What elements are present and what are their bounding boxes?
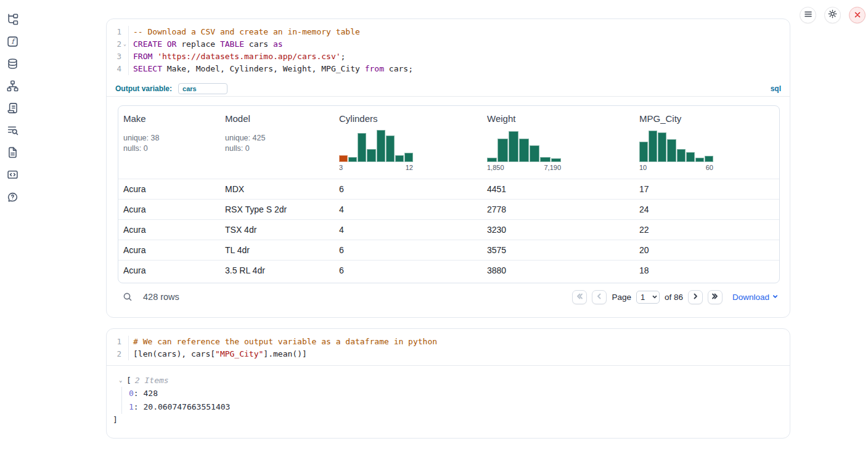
page-select[interactable]: 1 xyxy=(636,291,660,304)
row-count: 428 rows xyxy=(143,292,179,302)
page-total-label: of 86 xyxy=(665,293,683,302)
tree-collapse-chevron-icon[interactable]: ⌄ xyxy=(119,377,126,383)
help-icon[interactable] xyxy=(7,191,18,203)
table-row[interactable]: AcuraRSX Type S 2dr4277824 xyxy=(118,199,779,219)
histogram-bar xyxy=(695,158,704,162)
last-page-button[interactable] xyxy=(708,290,723,304)
column-stats: unique: 425nulls: 0 xyxy=(225,133,329,154)
column-title[interactable]: Cylinders xyxy=(339,113,477,124)
menu-button[interactable] xyxy=(800,7,816,23)
download-button[interactable]: Download xyxy=(732,293,779,302)
table-cell: 3230 xyxy=(482,225,634,235)
code-token: OR xyxy=(167,39,177,49)
function-square-icon[interactable]: f xyxy=(7,36,18,47)
line-number: 1 xyxy=(107,336,121,348)
gutter: 3 xyxy=(107,51,129,63)
code-token xyxy=(162,39,167,49)
table-cell: 17 xyxy=(634,184,779,194)
python-code-editor[interactable]: 1# We can reference the output variable … xyxy=(107,329,790,360)
logs-search-icon[interactable] xyxy=(7,124,18,136)
sql-code-editor[interactable]: 1-- Download a CSV and create an in-memo… xyxy=(107,19,790,75)
settings-button[interactable] xyxy=(824,7,841,23)
histogram-bar xyxy=(540,157,550,162)
table-cell: Acura xyxy=(118,245,220,255)
gutter: 4 xyxy=(107,63,129,75)
code-token: CREATE xyxy=(133,39,162,49)
code-token: TABLE xyxy=(220,39,244,49)
histogram-bar xyxy=(677,149,686,162)
table-cell: 3.5 RL 4dr xyxy=(220,265,334,275)
code-token: 'https://datasets.marimo.app/cars.csv' xyxy=(157,52,340,61)
histogram-max-label: 7,190 xyxy=(544,164,561,171)
table-cell: 22 xyxy=(634,225,779,235)
histogram-bar xyxy=(551,158,561,162)
search-icon[interactable] xyxy=(123,292,133,302)
column-stat: nulls: 0 xyxy=(225,144,329,154)
next-page-button[interactable] xyxy=(688,290,703,304)
code-line: 1# We can reference the output variable … xyxy=(107,336,790,348)
code-token xyxy=(152,52,157,61)
chevron-down-icon xyxy=(772,293,779,302)
column-title[interactable]: Make xyxy=(123,113,215,124)
code-token: # We can reference the output variable a… xyxy=(133,337,437,346)
line-number: 2 xyxy=(107,348,121,360)
table-row[interactable]: Acura3.5 RL 4dr6388018 xyxy=(118,260,779,280)
histogram-min-label: 3 xyxy=(339,164,343,171)
table-row[interactable]: AcuraTSX 4dr4323022 xyxy=(118,219,779,240)
file-tree-icon[interactable] xyxy=(7,14,18,25)
table-cell: 6 xyxy=(334,245,482,255)
table-cell: Acura xyxy=(118,265,220,275)
column-title[interactable]: Weight xyxy=(487,113,629,124)
column-header: Cylinders312 xyxy=(334,106,482,179)
code-token: -- Download a CSV and create an in-memor… xyxy=(133,27,360,36)
table-cell: 6 xyxy=(334,184,482,194)
fold-chevron-icon[interactable]: ⌄ xyxy=(121,38,128,51)
shutdown-button[interactable] xyxy=(849,7,866,23)
histogram-bar xyxy=(519,139,529,162)
output-variable-input[interactable] xyxy=(178,83,227,94)
tree-entry: 0: 428 xyxy=(129,387,230,400)
table-cell: Acura xyxy=(118,184,220,194)
database-icon[interactable] xyxy=(7,58,18,70)
code-token: [len(cars), cars[ xyxy=(133,349,215,358)
gear-icon xyxy=(828,9,837,21)
line-number: 4 xyxy=(107,63,121,75)
tree-entry-value: 20.060747663551403 xyxy=(143,402,230,411)
code-token: cars; xyxy=(384,64,413,73)
chevrons-left-icon xyxy=(576,291,583,302)
column-title[interactable]: Model xyxy=(225,113,329,124)
table-cell: 20 xyxy=(634,245,779,255)
tree-entry: 1: 20.060747663551403 xyxy=(129,400,230,414)
fold-spacer xyxy=(121,51,128,63)
table-cell: RSX Type S 2dr xyxy=(220,204,334,214)
output-tree: ⌄ [ 2 Items 0: 4281: 20.060747663551403 … xyxy=(107,373,230,426)
histogram-bar xyxy=(367,149,375,162)
code-content: SELECT Make, Model, Cylinders, Weight, M… xyxy=(129,63,413,75)
table-cell: Acura xyxy=(118,204,220,214)
tree-entries: 0: 4281: 20.060747663551403 xyxy=(121,387,230,414)
tree-entry-separator: : xyxy=(134,402,144,411)
documentation-icon[interactable] xyxy=(7,147,18,158)
prev-page-button[interactable] xyxy=(592,290,607,304)
column-title[interactable]: MPG_City xyxy=(639,113,774,124)
scratchpad-icon[interactable] xyxy=(7,102,18,114)
table-row[interactable]: AcuraMDX6445117 xyxy=(118,179,779,199)
first-page-button[interactable] xyxy=(572,290,587,304)
code-content: CREATE OR replace TABLE cars as xyxy=(129,38,283,51)
code-token: as xyxy=(273,39,283,49)
table-row[interactable]: AcuraTL 4dr6357520 xyxy=(118,240,779,260)
code-token: ; xyxy=(341,52,346,61)
histogram-axis-labels: 1,8507,190 xyxy=(487,164,561,171)
table-cell: 4 xyxy=(334,204,482,214)
code-token: SELECT xyxy=(133,64,162,73)
output-variable-row: Output variable: sql xyxy=(107,81,790,97)
histogram-min-label: 10 xyxy=(639,164,647,171)
snippets-icon[interactable] xyxy=(7,169,18,180)
histogram-bar xyxy=(377,130,385,162)
fold-spacer xyxy=(121,26,128,38)
divider xyxy=(107,365,790,366)
dependency-graph-icon[interactable] xyxy=(7,80,18,92)
table-cell: Acura xyxy=(118,225,220,235)
tree-entry-key: 0 xyxy=(129,389,134,398)
histogram-bar xyxy=(358,133,366,162)
